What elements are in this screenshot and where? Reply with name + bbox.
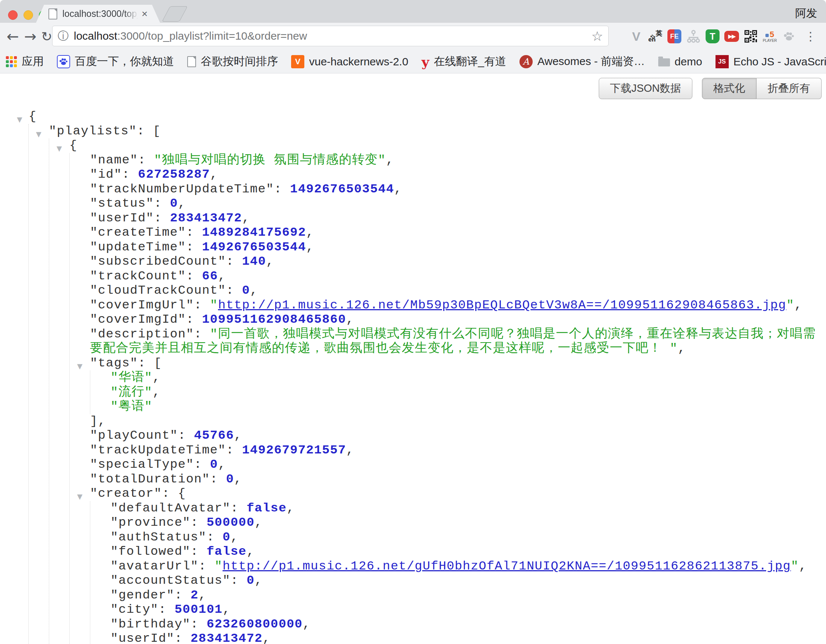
json-line: "cloudTrackCount": 0, (70, 284, 826, 298)
collapse-toggle-icon[interactable]: ▼ (17, 112, 22, 127)
bookmark-item[interactable]: 谷歌按时间排序 (187, 54, 278, 69)
json-token: , (306, 225, 314, 239)
json-token: , (255, 574, 262, 587)
browser-toolbar: ← → ↻ ⓘ localhost:3000/top_playlist?limi… (0, 23, 826, 50)
translate-icon[interactable]: 英⇄en (647, 29, 663, 44)
json-token: 0 (226, 472, 234, 486)
bookmark-label: Echo JS - JavaScri… (733, 56, 826, 68)
minimize-window-button[interactable] (23, 10, 33, 20)
json-line: "name": "独唱与对唱的切换 氛围与情感的转变", (70, 153, 826, 168)
tab-strip: localhost:3000/top_playlist?limit=10&ord… (0, 0, 826, 23)
json-token: , (346, 312, 354, 326)
close-tab-icon[interactable]: × (142, 9, 148, 19)
bookmark-label: Awesomes - 前端资… (537, 54, 645, 69)
browser-tab[interactable]: localhost:3000/top_playlist?limit=10&ord… (36, 5, 160, 23)
fast-forward-icon[interactable]: ▶▶ (724, 29, 739, 44)
json-token: , (266, 254, 274, 268)
bookmark-item[interactable]: 应用 (6, 54, 44, 69)
json-token: : (158, 602, 175, 616)
json-token: , (199, 588, 206, 602)
close-window-button[interactable] (8, 10, 18, 20)
json-token: { (69, 138, 78, 152)
collapse-toggle-icon[interactable]: ▼ (56, 141, 62, 156)
json-token: "defaultAvatar" (110, 501, 231, 515)
reload-icon[interactable]: ↻ (41, 23, 52, 50)
json-token: : (154, 211, 170, 225)
back-icon[interactable]: ← (6, 23, 19, 50)
page-info-icon[interactable]: ⓘ (57, 29, 69, 44)
bookmark-item[interactable]: JSEcho JS - JavaScri… (716, 55, 826, 68)
js-icon: JS (716, 55, 729, 68)
url-host: localhost (74, 30, 117, 42)
json-line: "updateTime": 1492676503544, (70, 240, 826, 255)
json-token: "华语" (110, 371, 152, 385)
json-token: 140 (242, 254, 266, 268)
json-token: : (191, 545, 206, 559)
paw-icon[interactable] (781, 29, 796, 44)
json-line: "playCount": 45766, (70, 428, 826, 443)
json-line: "description": "同一首歌，独唱模式与对唱模式有没有什么不同呢？独… (70, 327, 826, 356)
extension-row: V英⇄enFET▶▶5PLAYER (629, 23, 796, 50)
json-token: , (231, 530, 239, 544)
collapse-all-button[interactable]: 折叠所有 (757, 78, 821, 99)
address-bar[interactable]: ⓘ localhost:3000/top_playlist?limit=10&o… (52, 26, 609, 46)
json-token: : (194, 327, 210, 341)
forward-icon[interactable]: → (24, 23, 37, 50)
json-link[interactable]: http://p1.music.126.net/gUfH0bhzOfAl71NU… (222, 559, 791, 573)
json-line: "gender": 2, (90, 588, 826, 603)
json-token: 0 (242, 284, 250, 297)
bookmark-item[interactable]: AAwesomes - 前端资… (519, 54, 645, 69)
json-token: "updateTime" (90, 240, 186, 254)
collapse-toggle-icon[interactable]: ▼ (77, 359, 82, 374)
url-text[interactable]: localhost:3000/top_playlist?limit=10&ord… (74, 30, 592, 42)
new-tab-button[interactable] (162, 6, 188, 22)
json-token: 0 (222, 530, 231, 544)
format-button[interactable]: 格式化 (702, 78, 757, 99)
json-token: "creator" (90, 486, 162, 500)
json-line: "trackNumberUpdateTime": 1492676503544, (70, 182, 826, 197)
bookmark-item[interactable]: 百度一下，你就知道 (57, 54, 174, 69)
baidu-paw-icon (57, 55, 70, 68)
json-token: "authStatus" (110, 530, 206, 544)
bookmark-item[interactable]: demo (658, 56, 702, 68)
json-token: : (122, 168, 138, 182)
json-token: 0 (170, 196, 178, 210)
html5-player-icon[interactable]: 5PLAYER (762, 29, 778, 44)
json-token: , (218, 269, 226, 283)
json-token: , (247, 545, 255, 559)
json-token: : (206, 530, 223, 544)
json-token: "specialType" (90, 458, 194, 472)
translate-en-glyph: en (648, 36, 656, 43)
sitemap-icon[interactable] (686, 29, 701, 44)
browser-menu-icon[interactable]: ⋮ (805, 23, 817, 50)
collapse-toggle-icon[interactable]: ▼ (36, 127, 42, 142)
vue-devtools-icon[interactable]: V (629, 29, 644, 44)
profile-name[interactable]: 阿发 (795, 6, 817, 21)
json-line: ▼"tags": [ (70, 356, 826, 371)
json-line: "avatarUrl": "http://p1.music.126.net/gU… (90, 559, 826, 574)
qrcode-icon[interactable] (743, 29, 758, 44)
download-json-button[interactable]: 下载JSON数据 (599, 78, 692, 99)
json-token: "tags" (90, 356, 138, 370)
bookmark-item[interactable]: y在线翻译_有道 (421, 54, 506, 69)
bookmark-label: 在线翻译_有道 (434, 54, 506, 69)
json-token: 0 (247, 574, 255, 587)
tampermonkey-icon[interactable]: T (705, 29, 720, 44)
json-token: : (194, 298, 210, 312)
bookmark-item[interactable]: Vvue-hackernews-2.0 (291, 55, 408, 68)
json-token: "独唱与对唱的切换 氛围与情感的转变" (154, 153, 386, 167)
fe-icon[interactable]: FE (667, 29, 682, 44)
bookmark-star-icon[interactable]: ☆ (592, 29, 603, 44)
json-token: "playCount" (90, 428, 178, 442)
json-token: , (287, 501, 295, 515)
json-link[interactable]: http://p1.music.126.net/Mb59p30BpEQLcBQe… (218, 298, 786, 312)
json-line: ▼"playlists": [ (29, 124, 826, 139)
json-token: "city" (110, 602, 158, 616)
json-line: "city": 500101, (90, 602, 826, 617)
tab-title: localhost:3000/top_playlist?limit=10&ord… (62, 8, 138, 19)
json-token: "createTime" (90, 225, 186, 239)
json-token: , (222, 602, 231, 616)
collapse-toggle-icon[interactable]: ▼ (77, 489, 82, 504)
json-token: "coverImgId" (90, 312, 186, 326)
json-token: : (274, 182, 290, 196)
